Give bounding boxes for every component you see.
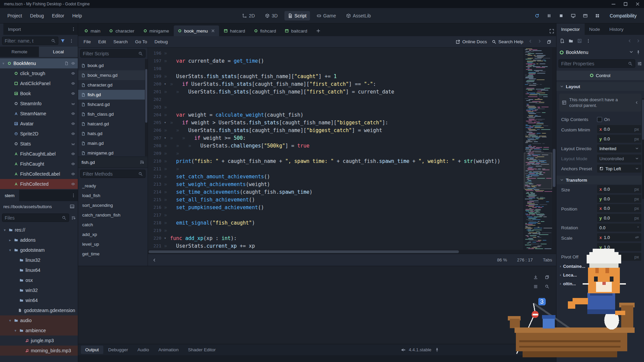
visibility-icon[interactable] bbox=[71, 162, 75, 166]
toggle-split-icon[interactable] bbox=[70, 204, 74, 209]
code-line[interactable]: 197 »var current_date = get_time() bbox=[148, 57, 556, 65]
scene-tree-node[interactable]: FishCollectedLabel bbox=[0, 169, 78, 179]
minimize-button[interactable] bbox=[611, 2, 616, 6]
expand-arrow[interactable]: ▾ bbox=[8, 248, 12, 252]
inspector-forward-icon[interactable] bbox=[636, 39, 641, 43]
code-line[interactable]: 200 ▾ »if UserStats.fish_stats[caught_fi… bbox=[148, 80, 556, 88]
code-line[interactable]: 220 ▾ func add_xp(xp : int): bbox=[148, 234, 556, 242]
inspector-tab[interactable]: Node bbox=[585, 23, 605, 35]
visibility-icon[interactable] bbox=[71, 122, 75, 126]
close-button[interactable] bbox=[635, 2, 640, 6]
section-layout[interactable]: Layout bbox=[556, 82, 644, 91]
script-list-item[interactable]: fish.gd bbox=[78, 90, 148, 100]
close-tab-icon[interactable] bbox=[211, 29, 215, 33]
filesystem-row[interactable]: win64 bbox=[0, 295, 78, 305]
section-transform[interactable]: Transform bbox=[556, 176, 644, 184]
code-line[interactable]: 221 »UserStats.current_xp += xp bbox=[148, 242, 556, 250]
script-list-item[interactable]: fish_class.gd bbox=[78, 109, 148, 119]
filesystem-row[interactable]: ▸ addons bbox=[0, 235, 78, 245]
code-line[interactable]: 203 » bbox=[148, 103, 556, 111]
visibility-icon[interactable] bbox=[71, 112, 75, 116]
layout-mode-select[interactable]: Uncontrolled bbox=[597, 155, 641, 163]
playback-button[interactable] bbox=[582, 12, 589, 19]
scale-x-field[interactable]: x1.0 bbox=[597, 233, 641, 241]
rotation-field[interactable]: 0.0° bbox=[597, 224, 641, 232]
visibility-icon[interactable] bbox=[71, 61, 75, 65]
scene-tree-node[interactable]: ▾ BookMenu bbox=[0, 58, 78, 68]
new-tab-button[interactable] bbox=[312, 25, 325, 36]
code-line[interactable]: 207 ▾ »»if weight >= 500: bbox=[148, 134, 556, 142]
filter-properties[interactable] bbox=[558, 59, 635, 68]
bottom-panel-tab[interactable]: Audio bbox=[133, 346, 154, 354]
code-line[interactable]: 198 bbox=[148, 65, 556, 72]
method-list-item[interactable]: level_up bbox=[78, 239, 148, 249]
link-scale-icon[interactable] bbox=[635, 235, 639, 239]
code-line[interactable]: 210 »print("fish: " + caught_fish_name +… bbox=[148, 157, 556, 165]
load-resource-icon[interactable] bbox=[569, 39, 573, 43]
playback-button[interactable] bbox=[557, 12, 565, 19]
tab-import[interactable]: Import bbox=[3, 23, 25, 35]
scene-tree-node[interactable]: Book bbox=[0, 88, 78, 99]
playback-button[interactable] bbox=[570, 12, 577, 19]
scene-tab[interactable]: fishcard bbox=[250, 25, 280, 36]
filter-scripts-input[interactable] bbox=[83, 51, 136, 56]
script-list-item[interactable]: fishcard.gd bbox=[78, 100, 148, 109]
history-forward-icon[interactable] bbox=[537, 39, 542, 44]
node-extra-icon[interactable] bbox=[636, 50, 641, 55]
method-list-item[interactable]: load_fish bbox=[78, 191, 148, 200]
custom-min-x-field[interactable]: x0.0px bbox=[597, 125, 641, 133]
menu-item[interactable]: Help bbox=[68, 11, 86, 20]
filesystem-row[interactable]: jungle.mp3 bbox=[0, 336, 78, 346]
playback-button[interactable] bbox=[533, 12, 541, 19]
script-list-item[interactable]: book_menu.gd bbox=[78, 70, 148, 80]
code-line[interactable]: 199 »UserStats.fish_stats[caught_fish_na… bbox=[148, 72, 556, 80]
code-line[interactable]: 209 »» bbox=[148, 149, 556, 157]
script-list-item[interactable]: book.gd bbox=[78, 61, 148, 70]
code-line[interactable]: 206 »»UserStats.fish_stats[caught_fish_n… bbox=[148, 126, 556, 134]
mute-icon[interactable] bbox=[401, 348, 406, 352]
menu-item[interactable]: Editor bbox=[48, 11, 68, 20]
visibility-icon[interactable] bbox=[71, 152, 75, 156]
code-line[interactable]: 205 ▾ »if weight > UserStats.fish_stats[… bbox=[148, 119, 556, 126]
property-tools-icon[interactable] bbox=[637, 61, 642, 66]
position-y-field[interactable]: y0.0px bbox=[597, 214, 641, 222]
resource-options-icon[interactable] bbox=[586, 39, 591, 43]
visibility-icon[interactable] bbox=[71, 81, 75, 85]
filesystem-row[interactable]: osx bbox=[0, 275, 78, 285]
maximize-button[interactable] bbox=[623, 2, 628, 6]
scene-tab[interactable]: minigame bbox=[139, 25, 173, 36]
pin-panel-icon[interactable] bbox=[435, 348, 439, 352]
layout-direction-select[interactable]: Inherited bbox=[597, 144, 641, 153]
tab-filesystem[interactable]: stem bbox=[0, 190, 19, 201]
code-line[interactable]: 213 »set_weight_achievements(weight) bbox=[148, 180, 556, 188]
anchors-preset-select[interactable]: Top Left bbox=[597, 165, 641, 173]
local-tab[interactable]: Local bbox=[39, 47, 78, 57]
current-script-bar[interactable]: fish.gd bbox=[78, 157, 148, 168]
visibility-icon[interactable] bbox=[71, 71, 75, 75]
clip-contents-checkbox[interactable] bbox=[597, 117, 602, 122]
fold-arrow[interactable]: ▾ bbox=[164, 82, 170, 86]
code-line[interactable]: 216 »set_pumpkinseed_achievement() bbox=[148, 203, 556, 211]
code-line[interactable]: 218 »emit_signal("fish_caught") bbox=[148, 219, 556, 227]
fold-arrow[interactable]: ▾ bbox=[164, 136, 170, 140]
code-line[interactable]: 204 »var weight = calculate_weight(caugh… bbox=[148, 111, 556, 119]
workspace-tab[interactable]: 3D bbox=[262, 11, 281, 20]
script-menu-item[interactable]: Search bbox=[110, 38, 131, 46]
script-list-item[interactable]: hatcard.gd bbox=[78, 119, 148, 129]
online-docs-button[interactable]: Online Docs bbox=[455, 39, 487, 44]
code-line[interactable]: 212 »set_catch_amount_achievements() bbox=[148, 173, 556, 180]
visibility-icon[interactable] bbox=[71, 92, 75, 96]
scene-tree-node[interactable]: Avatar bbox=[0, 119, 78, 129]
code-line[interactable]: 201 »»UserStats.fish_stats[caught_fish_n… bbox=[148, 88, 556, 96]
inspector-tab[interactable]: Inspector bbox=[556, 23, 585, 35]
code-line[interactable]: 202 bbox=[148, 96, 556, 103]
filesystem-row[interactable]: ▾ res:// bbox=[0, 225, 78, 235]
code-line[interactable]: 219 » bbox=[148, 227, 556, 234]
scene-tab[interactable]: book_menu bbox=[174, 25, 219, 36]
filesystem-row[interactable]: ▾ godotsteam bbox=[0, 245, 78, 255]
bottom-panel-tab[interactable]: Debugger bbox=[104, 346, 132, 354]
scene-tree-node[interactable]: FishCaught bbox=[0, 159, 78, 169]
scene-filter-input[interactable] bbox=[5, 38, 49, 44]
history-back-icon[interactable] bbox=[528, 39, 533, 44]
filesystem-row[interactable]: ▾ audio bbox=[0, 315, 78, 325]
